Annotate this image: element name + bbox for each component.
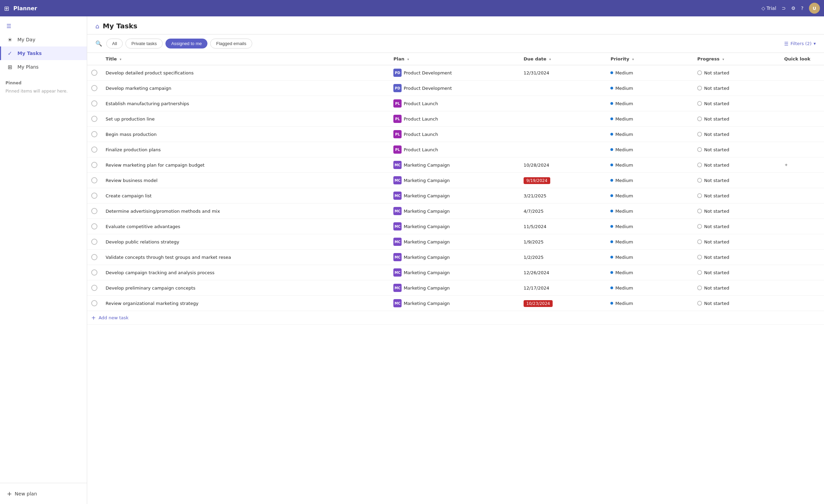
- task-progress-cell: Not started: [693, 265, 780, 280]
- task-title-text[interactable]: Finalize production plans: [106, 147, 385, 152]
- task-checkbox[interactable]: [91, 254, 97, 260]
- settings-icon[interactable]: ⚙: [791, 5, 796, 11]
- priority-label: Medium: [615, 193, 633, 198]
- filters-button[interactable]: ☰ Filters (2) ▾: [784, 41, 816, 46]
- task-title-cell: Validate concepts through test groups an…: [102, 250, 389, 265]
- task-checkbox[interactable]: [91, 100, 97, 107]
- new-plan-button[interactable]: + New plan: [5, 487, 81, 500]
- task-title-text[interactable]: Review marketing plan for campaign budge…: [106, 163, 385, 168]
- progress-label: Not started: [704, 224, 729, 229]
- task-quick-look-cell: [780, 265, 824, 280]
- task-quick-look-cell: [780, 204, 824, 219]
- sidebar-item-my-plans[interactable]: ⊞ My Plans: [0, 60, 87, 74]
- filter-bar: 🔍 AllPrivate tasksAssigned to meFlagged …: [87, 34, 824, 53]
- task-title-text[interactable]: Develop campaign tracking and analysis p…: [106, 270, 385, 275]
- task-title-text[interactable]: Validate concepts through test groups an…: [106, 255, 385, 260]
- task-checkbox[interactable]: [91, 285, 97, 291]
- progress-circle: [697, 193, 702, 198]
- task-checkbox[interactable]: [91, 208, 97, 214]
- task-checkbox[interactable]: [91, 177, 97, 183]
- plan-name: Marketing Campaign: [404, 301, 450, 306]
- priority-label: Medium: [615, 163, 633, 168]
- collapse-button[interactable]: ☰: [0, 19, 87, 33]
- task-checkbox[interactable]: [91, 162, 97, 168]
- plan-name: Marketing Campaign: [404, 163, 450, 168]
- trial-button[interactable]: ◇ Trial: [761, 5, 776, 11]
- task-checkbox[interactable]: [91, 193, 97, 199]
- pinned-note: Pinned items will appear here.: [0, 87, 87, 96]
- due-date: 12/26/2024: [524, 270, 549, 275]
- task-checkbox[interactable]: [91, 85, 97, 91]
- sidebar: ☰ ☀ My Day ✓ My Tasks ⊞ My Plans Pinned …: [0, 16, 87, 504]
- col-header-title[interactable]: Title ▾: [102, 53, 389, 65]
- task-title-text[interactable]: Establish manufacturing partnerships: [106, 101, 385, 106]
- task-progress-cell: Not started: [693, 173, 780, 188]
- filter-tab-assigned-to-me[interactable]: Assigned to me: [165, 39, 208, 48]
- task-title-text[interactable]: Determine advertising/promotion methods …: [106, 209, 385, 214]
- page-title: My Tasks: [103, 22, 137, 30]
- task-checkbox[interactable]: [91, 300, 97, 306]
- progress-label: Not started: [704, 132, 729, 137]
- task-title-text[interactable]: Develop marketing campaign: [106, 86, 385, 91]
- sidebar-item-my-tasks[interactable]: ✓ My Tasks: [0, 46, 87, 60]
- task-title-cell: Finalize production plans: [102, 142, 389, 157]
- waffle-icon[interactable]: ⊞: [4, 5, 9, 12]
- task-title-text[interactable]: Develop public relations strategy: [106, 239, 385, 244]
- sidebar-item-my-day[interactable]: ☀ My Day: [0, 33, 87, 46]
- search-icon[interactable]: 🔍: [95, 40, 102, 47]
- task-checkbox[interactable]: [91, 70, 97, 76]
- task-checkbox[interactable]: [91, 223, 97, 229]
- avatar[interactable]: U: [809, 3, 820, 14]
- task-title-text[interactable]: Evaluate competitive advantages: [106, 224, 385, 229]
- task-checkbox[interactable]: [91, 146, 97, 153]
- task-priority-cell: Medium: [606, 111, 693, 127]
- task-title-text[interactable]: Develop detailed product specifications: [106, 70, 373, 75]
- table-row: Evaluate competitive advantagesMCMarketi…: [87, 219, 824, 234]
- task-checkbox[interactable]: [91, 269, 97, 276]
- col-header-progress[interactable]: Progress ▾: [693, 53, 780, 65]
- task-checkbox[interactable]: [91, 239, 97, 245]
- task-title-text[interactable]: Set up production line: [106, 116, 385, 122]
- progress-circle: [697, 178, 702, 183]
- collapse-icon: ☰: [5, 23, 12, 29]
- task-title-text[interactable]: Develop preliminary campaign concepts: [106, 285, 385, 291]
- priority-dot: [610, 302, 613, 305]
- help-icon[interactable]: ?: [801, 5, 803, 11]
- priority-label: Medium: [615, 224, 633, 229]
- filter-tab-all[interactable]: All: [106, 39, 123, 48]
- task-quick-look-cell: [780, 65, 824, 81]
- task-title-text[interactable]: Review business model: [106, 178, 385, 183]
- add-task-button[interactable]: +Add new task: [91, 314, 820, 321]
- plus-icon: +: [7, 490, 12, 497]
- col-header-plan[interactable]: Plan ▾: [389, 53, 519, 65]
- filter-tab-private-tasks[interactable]: Private tasks: [125, 39, 162, 48]
- share-icon[interactable]: ⊃: [782, 5, 786, 11]
- table-row: Develop campaign tracking and analysis p…: [87, 265, 824, 280]
- plan-name: Product Launch: [404, 116, 438, 122]
- task-title-text[interactable]: Create campaign list: [106, 193, 385, 198]
- progress-label: Not started: [704, 116, 729, 122]
- topbar: ⊞ Planner ◇ Trial ⊃ ⚙ ? U: [0, 0, 824, 16]
- task-checkbox[interactable]: [91, 116, 97, 122]
- task-title-text[interactable]: Begin mass production: [106, 132, 385, 137]
- table-row: Develop public relations strategyMCMarke…: [87, 234, 824, 250]
- progress-label: Not started: [704, 255, 729, 260]
- progress-label: Not started: [704, 163, 729, 168]
- filter-tab-flagged-emails[interactable]: Flagged emails: [210, 39, 252, 48]
- task-progress-cell: Not started: [693, 204, 780, 219]
- task-checkbox[interactable]: [91, 131, 97, 137]
- due-date: 12/31/2024: [524, 70, 549, 75]
- task-plan-cell: MCMarketing Campaign: [389, 280, 519, 296]
- task-due-date-cell: 12/31/2024: [519, 65, 606, 81]
- task-progress-cell: Not started: [693, 142, 780, 157]
- plan-name: Product Development: [404, 86, 452, 91]
- info-icon[interactable]: ℹ: [377, 70, 378, 75]
- more-icon[interactable]: ⋮: [380, 70, 385, 75]
- task-list: Develop detailed product specificationsℹ…: [87, 65, 824, 325]
- task-quick-look-cell: [780, 250, 824, 265]
- quick-look-icon[interactable]: ✦: [784, 162, 788, 168]
- col-header-due-date[interactable]: Due date ▾: [519, 53, 606, 65]
- task-title-text[interactable]: Review organizational marketing strategy: [106, 301, 385, 306]
- page-header: ⌂ My Tasks: [87, 16, 824, 34]
- col-header-priority[interactable]: Priority ▾: [606, 53, 693, 65]
